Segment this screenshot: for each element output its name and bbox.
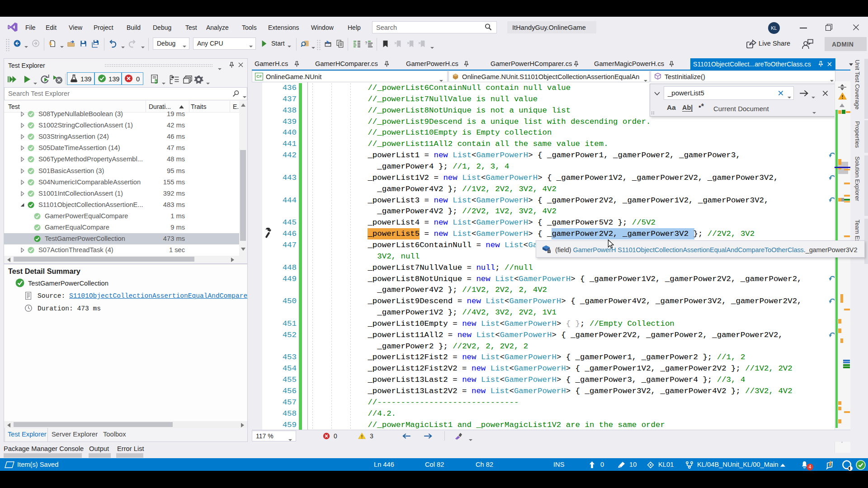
svg-text:?: ? <box>365 41 367 45</box>
